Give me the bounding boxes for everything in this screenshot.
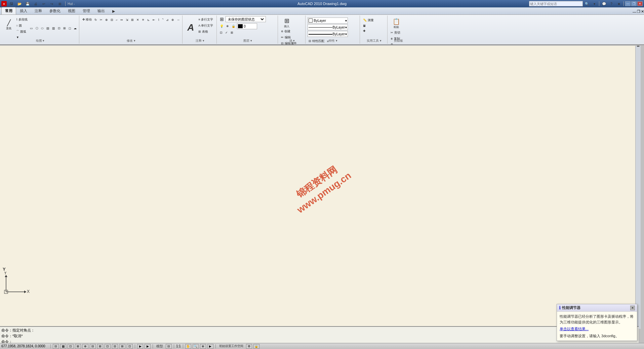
measure-btn[interactable]: 📏 测量 (362, 17, 375, 23)
create-block-btn[interactable]: ⊕ 创建 (280, 29, 298, 34)
match-layer-btn[interactable]: ⊡ (219, 30, 224, 35)
modify-copy-btn[interactable]: ⊕ (104, 17, 109, 23)
tab-output[interactable]: 输出 (94, 7, 109, 14)
doc-minimize-btn[interactable]: — (633, 10, 636, 14)
modify-move-btn[interactable]: ✥ 移动 (81, 17, 93, 23)
model-btn[interactable]: ⊟ (166, 344, 172, 349)
cut-btn[interactable]: ✂ 剪切 (390, 30, 403, 36)
draw-region-btn[interactable]: ⊞ (62, 17, 67, 40)
draw-hatch-btn[interactable]: ▤ (45, 17, 50, 40)
quickcalc-btn[interactable]: 🖩 (362, 24, 375, 28)
qa-new[interactable]: 🖫 (8, 1, 15, 7)
draw-circle-btn[interactable]: ○ 圆 (15, 23, 29, 29)
osnap-btn[interactable]: ⊕ (82, 344, 88, 349)
tab-manage[interactable]: 管理 (79, 7, 94, 14)
showmotion-btn[interactable]: ▶ (207, 344, 213, 349)
make-current-btn[interactable]: ✓ (224, 30, 229, 35)
tab-parametric[interactable]: 参数化 (46, 7, 64, 14)
help-dropdown[interactable]: ▾ (591, 1, 598, 7)
search-input[interactable] (529, 1, 583, 6)
tab-more[interactable]: ▶ (109, 8, 119, 14)
qa-save[interactable]: 💾 (24, 1, 31, 7)
app-minimize-btn[interactable]: — (625, 1, 631, 6)
status-more-btn[interactable]: ▶ (137, 344, 143, 349)
grid-btn[interactable]: ▦ (60, 344, 66, 349)
table-btn[interactable]: ⊞ 表格 (197, 29, 214, 35)
steering-btn[interactable]: ⊕ (200, 344, 206, 349)
canvas-area[interactable]: 锦程资料网 www.pmug.cn Y X Y 工具选项板 (0, 46, 641, 329)
tab-annotate[interactable]: 注释 (31, 7, 46, 14)
draw-wipeout-btn[interactable]: ◻ (68, 17, 72, 40)
search-btn[interactable]: 🔍 (583, 1, 590, 7)
dyn-btn[interactable]: ⊡ (105, 344, 111, 349)
single-text-btn[interactable]: A 单行文字 (197, 23, 214, 29)
modify-trim-btn[interactable]: ✂ (99, 17, 104, 23)
sc-btn[interactable]: ⊡ (127, 344, 133, 349)
text-large-btn[interactable]: A (185, 16, 197, 39)
communication-icon[interactable]: 💬 (601, 1, 607, 7)
draw-polyline-btn[interactable]: ⌇ 多段线 (15, 17, 29, 23)
lock-btn[interactable]: 🔒 (253, 344, 259, 349)
ortho-btn[interactable]: ⊡ (68, 344, 74, 349)
paste-btn[interactable]: 📋 粘贴 (390, 17, 403, 30)
qa-plot[interactable]: 🖨 (32, 1, 39, 7)
modify-rotate-btn[interactable]: ↻ (93, 17, 98, 23)
tab-insert[interactable]: 插入 (16, 7, 31, 14)
draw-ellipse-btn[interactable]: ⬭ (40, 17, 45, 40)
popup-link[interactable]: 单击以查看结果... (560, 327, 589, 331)
draw-boundary-btn[interactable]: ⊡ (57, 17, 62, 40)
layer-state-select[interactable]: 未保存的图层状态 (227, 17, 265, 22)
modify-mirror-btn[interactable]: ⊟ (110, 17, 114, 23)
qa-workspace[interactable]: ⊞ (56, 1, 63, 7)
tool-palette-tab[interactable]: 工具选项板 (636, 48, 640, 50)
status-more2-btn[interactable]: ▶ (145, 344, 151, 349)
modify-scale-btn[interactable]: ⇲ (125, 17, 129, 23)
layer-dropdown[interactable]: 0 (237, 23, 257, 29)
favorites-icon[interactable]: ★ (615, 1, 622, 7)
draw-polygon-btn[interactable]: ⬡ (35, 17, 39, 40)
modify-chamfer-btn[interactable]: ⌝ (161, 17, 164, 23)
tab-view[interactable]: 视图 (64, 7, 79, 14)
modify-stretch-btn[interactable]: ⇔ (119, 17, 124, 23)
qa-open[interactable]: 📂 (16, 1, 23, 7)
modify-array-btn[interactable]: ⊞ (130, 17, 135, 23)
otrack-btn[interactable]: ⊟ (90, 344, 96, 349)
lweight-btn[interactable]: ⊟ (112, 344, 118, 349)
modify-offset-btn[interactable]: ⊾ (146, 17, 151, 23)
modify-extend-btn[interactable]: ⇤ (152, 17, 156, 23)
help-icon[interactable]: ? (608, 1, 615, 7)
app-close-btn[interactable]: ✕ (637, 1, 643, 6)
qa-undo[interactable]: ↩ (40, 1, 47, 7)
layer-on-btn[interactable]: 💡 (219, 24, 225, 29)
layer-isolate-btn[interactable]: ⊞ (230, 30, 234, 35)
modify-erase-btn[interactable]: ✕ (135, 17, 140, 23)
tab-home[interactable]: 常用 (1, 7, 16, 14)
pan-btn[interactable]: ✋ (185, 344, 191, 349)
draw-gradient-btn[interactable]: ▥ (51, 17, 56, 40)
app-restore-btn[interactable]: ❐ (631, 1, 637, 6)
linetype-dropdown[interactable]: ByLayer ▾ (308, 24, 348, 30)
modify-pedit-btn[interactable]: ⊿ (165, 17, 170, 23)
lineweight-dropdown[interactable]: ByLayer ▾ (308, 31, 348, 37)
snap-btn[interactable]: ⊟ (53, 344, 59, 349)
modify-join-btn[interactable]: ⊕ (170, 17, 175, 23)
insert-btn[interactable]: ⊞ 插入 (280, 17, 293, 28)
id-btn[interactable]: ✚ (362, 29, 375, 33)
zoom-btn[interactable]: 🔍 (193, 344, 199, 349)
modify-break-btn[interactable]: ⌇ (157, 17, 160, 23)
workspace-settings-btn[interactable]: ⚙ (246, 344, 252, 349)
modify-reverse-btn[interactable]: ↔ (176, 17, 181, 23)
multiline-text-btn[interactable]: ≡ 多行文字 (197, 17, 214, 23)
popup-close-btn[interactable]: ✕ (630, 306, 635, 310)
draw-line-btn[interactable]: ╱ 直线 (3, 16, 15, 34)
modify-explode-btn[interactable]: ✳ (141, 17, 146, 23)
modify-fillet-btn[interactable]: ⌐ (115, 17, 119, 23)
doc-close-btn[interactable]: ✕ (641, 9, 644, 14)
draw-arc-btn[interactable]: ⌒ 圆弧 (15, 29, 29, 35)
autocad-app-icon[interactable]: A (1, 1, 7, 6)
polar-btn[interactable]: ⊞ (75, 344, 81, 349)
color-dropdown[interactable]: ByLayer ▾ (308, 17, 348, 24)
qa-redo[interactable]: ↪ (48, 1, 55, 7)
layer-manager-btn[interactable]: ⊞ (219, 16, 225, 22)
layer-freeze-btn[interactable]: ❄ (225, 24, 230, 29)
